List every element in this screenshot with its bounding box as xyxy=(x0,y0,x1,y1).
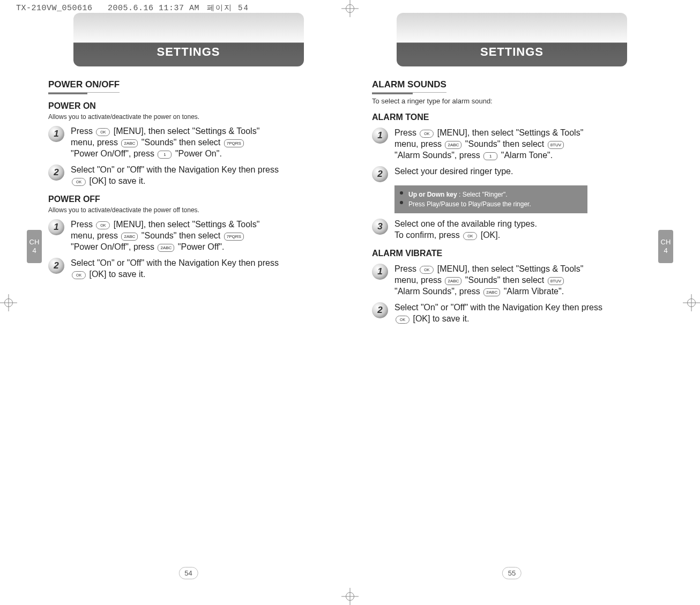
chapter-tab-left: CH 4 xyxy=(27,230,42,263)
step-text: Select one of the available ring types. … xyxy=(394,219,537,241)
step-bullet-2-icon: 2 xyxy=(372,166,388,182)
page-number-left: 54 xyxy=(178,567,198,579)
heading-alarm-tone: ALARM TONE xyxy=(372,113,652,122)
chapter-header-right: SETTINGS xyxy=(397,13,627,66)
page-spread: CH 4 SETTINGS POWER ON/OFF POWER ON Allo… xyxy=(27,13,673,584)
crop-mark-bottom-icon xyxy=(341,588,359,605)
step-bullet-1-icon: 1 xyxy=(48,126,64,142)
step-bullet-3-icon: 3 xyxy=(372,219,388,235)
bullet-dot-icon xyxy=(400,191,403,195)
step-bullet-2-icon: 2 xyxy=(372,302,388,318)
ok-key-icon: OK xyxy=(96,221,110,229)
bullet-dot-icon xyxy=(400,201,403,204)
chapter-tab-right: CH 4 xyxy=(658,230,673,263)
step-bullet-1-icon: 1 xyxy=(48,219,64,235)
step-text: Press OK [MENU], then select "Settings &… xyxy=(71,219,279,252)
step-bullet-2-icon: 2 xyxy=(48,165,64,181)
poweroff-step-1: 1 Press OK [MENU], then select "Settings… xyxy=(48,219,279,252)
heading-alarm-vibrate: ALARM VIBRATE xyxy=(372,249,652,258)
note-line-1: Up or Down key : Select "Ringer". xyxy=(408,190,582,199)
heading-power-off: POWER OFF xyxy=(48,195,329,204)
key-2-icon: 2ABC xyxy=(121,139,138,147)
page-left: CH 4 SETTINGS POWER ON/OFF POWER ON Allo… xyxy=(27,13,350,584)
alarmtone-step-3: 3 Select one of the available ring types… xyxy=(372,219,602,241)
key-1-icon: 1 xyxy=(158,151,172,159)
crop-mark-right-icon xyxy=(683,294,700,311)
ok-key-icon: OK xyxy=(396,316,409,324)
ok-key-icon: OK xyxy=(463,232,477,240)
chapter-tab-ch: CH xyxy=(29,238,40,246)
alarmvib-step-1: 1 Press OK [MENU], then select "Settings… xyxy=(372,264,602,297)
crop-mark-left-icon xyxy=(0,294,17,311)
page-right: CH 4 SETTINGS ALARM SOUNDS To select a r… xyxy=(350,13,673,584)
chapter-header-left: SETTINGS xyxy=(73,13,304,66)
ok-key-icon: OK xyxy=(420,266,434,274)
key-2-icon: 2ABC xyxy=(445,277,461,285)
ok-key-icon: OK xyxy=(72,178,86,186)
note-box: Up or Down key : Select "Ringer". Press … xyxy=(394,185,587,213)
key-2-icon: 2ABC xyxy=(483,288,500,296)
step-bullet-2-icon: 2 xyxy=(48,258,64,274)
section-alarm-sounds: ALARM SOUNDS xyxy=(372,79,446,93)
step-text: Press OK [MENU], then select "Settings &… xyxy=(71,126,279,159)
step-bullet-1-icon: 1 xyxy=(372,264,388,280)
doc-page-label: 페이지 54 xyxy=(207,4,249,12)
chapter-title-right: SETTINGS xyxy=(480,45,543,66)
poweron-step-2: 2 Select "On" or "Off" with the Navigati… xyxy=(48,165,279,187)
poweroff-step-2: 2 Select "On" or "Off" with the Navigati… xyxy=(48,258,279,280)
section-power-onoff: POWER ON/OFF xyxy=(48,79,120,93)
note-line-2: Press Play/Pause to Play/Pause the ringe… xyxy=(408,199,582,209)
intro-alarm-sounds: To select a ringer type for alarm sound: xyxy=(372,97,652,105)
step-text: Select "On" or "Off" with the Navigation… xyxy=(71,165,279,187)
page-number-right: 55 xyxy=(502,567,522,579)
chapter-tab-ch: CH xyxy=(661,238,671,246)
chapter-tab-num: 4 xyxy=(32,247,36,255)
ok-key-icon: OK xyxy=(96,128,110,136)
ok-key-icon: OK xyxy=(420,130,434,138)
key-7-icon: 7PQRS xyxy=(224,139,244,147)
step-text: Press OK [MENU], then select "Settings &… xyxy=(394,264,602,297)
chapter-tab-num: 4 xyxy=(664,247,667,255)
key-2-icon: 2ABC xyxy=(158,244,174,252)
alarmtone-step-2: 2 Select your desired ringer type. xyxy=(372,166,602,182)
doc-id: TX-210VW_050616 xyxy=(16,4,93,13)
key-1-icon: 1 xyxy=(483,152,497,160)
key-8-icon: 8TUV xyxy=(548,277,564,285)
step-text: Select your desired ringer type. xyxy=(394,166,513,177)
key-7-icon: 7PQRS xyxy=(224,233,244,241)
poweron-step-1: 1 Press OK [MENU], then select "Settings… xyxy=(48,126,279,159)
key-2-icon: 2ABC xyxy=(121,233,138,241)
desc-power-on: Allows you to activate/deactivate the po… xyxy=(48,113,329,121)
step-text: Select "On" or "Off" with the Navigation… xyxy=(394,302,602,325)
key-8-icon: 8TUV xyxy=(548,141,564,149)
alarmtone-step-1: 1 Press OK [MENU], then select "Settings… xyxy=(372,128,602,161)
desc-power-off: Allows you to activate/deactivate the po… xyxy=(48,206,329,214)
heading-power-on: POWER ON xyxy=(48,101,329,111)
key-2-icon: 2ABC xyxy=(445,141,461,149)
chapter-title-left: SETTINGS xyxy=(157,45,220,66)
step-bullet-1-icon: 1 xyxy=(372,128,388,144)
print-header: TX-210VW_050616 2005.6.16 11:37 AM 페이지 5… xyxy=(16,3,249,13)
doc-timestamp: 2005.6.16 11:37 AM xyxy=(108,4,199,13)
ok-key-icon: OK xyxy=(72,271,86,279)
step-text: Press OK [MENU], then select "Settings &… xyxy=(394,128,602,161)
step-text: Select "On" or "Off" with the Navigation… xyxy=(71,258,279,280)
alarmvib-step-2: 2 Select "On" or "Off" with the Navigati… xyxy=(372,302,602,325)
